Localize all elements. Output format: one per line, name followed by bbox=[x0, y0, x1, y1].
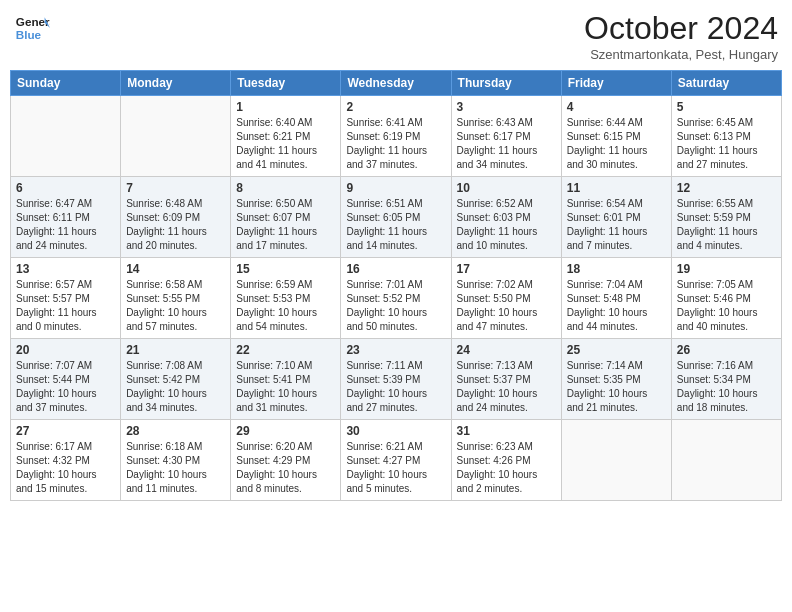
day-number: 28 bbox=[126, 424, 225, 438]
calendar-week-row: 27Sunrise: 6:17 AM Sunset: 4:32 PM Dayli… bbox=[11, 420, 782, 501]
day-number: 15 bbox=[236, 262, 335, 276]
cell-content: Sunrise: 7:10 AM Sunset: 5:41 PM Dayligh… bbox=[236, 359, 335, 415]
location: Szentmartonkata, Pest, Hungary bbox=[584, 47, 778, 62]
calendar-cell: 7Sunrise: 6:48 AM Sunset: 6:09 PM Daylig… bbox=[121, 177, 231, 258]
calendar-cell: 3Sunrise: 6:43 AM Sunset: 6:17 PM Daylig… bbox=[451, 96, 561, 177]
calendar-cell: 18Sunrise: 7:04 AM Sunset: 5:48 PM Dayli… bbox=[561, 258, 671, 339]
logo: General Blue bbox=[14, 10, 50, 46]
day-number: 16 bbox=[346, 262, 445, 276]
weekday-header: Saturday bbox=[671, 71, 781, 96]
day-number: 29 bbox=[236, 424, 335, 438]
cell-content: Sunrise: 6:43 AM Sunset: 6:17 PM Dayligh… bbox=[457, 116, 556, 172]
calendar-cell: 17Sunrise: 7:02 AM Sunset: 5:50 PM Dayli… bbox=[451, 258, 561, 339]
page-header: General Blue October 2024 Szentmartonkat… bbox=[10, 10, 782, 62]
day-number: 27 bbox=[16, 424, 115, 438]
weekday-header: Monday bbox=[121, 71, 231, 96]
day-number: 6 bbox=[16, 181, 115, 195]
day-number: 12 bbox=[677, 181, 776, 195]
calendar-cell: 4Sunrise: 6:44 AM Sunset: 6:15 PM Daylig… bbox=[561, 96, 671, 177]
calendar-cell: 26Sunrise: 7:16 AM Sunset: 5:34 PM Dayli… bbox=[671, 339, 781, 420]
cell-content: Sunrise: 7:04 AM Sunset: 5:48 PM Dayligh… bbox=[567, 278, 666, 334]
calendar-cell: 30Sunrise: 6:21 AM Sunset: 4:27 PM Dayli… bbox=[341, 420, 451, 501]
day-number: 5 bbox=[677, 100, 776, 114]
cell-content: Sunrise: 6:17 AM Sunset: 4:32 PM Dayligh… bbox=[16, 440, 115, 496]
day-number: 4 bbox=[567, 100, 666, 114]
calendar-cell: 16Sunrise: 7:01 AM Sunset: 5:52 PM Dayli… bbox=[341, 258, 451, 339]
cell-content: Sunrise: 6:48 AM Sunset: 6:09 PM Dayligh… bbox=[126, 197, 225, 253]
calendar-cell: 11Sunrise: 6:54 AM Sunset: 6:01 PM Dayli… bbox=[561, 177, 671, 258]
calendar-week-row: 13Sunrise: 6:57 AM Sunset: 5:57 PM Dayli… bbox=[11, 258, 782, 339]
cell-content: Sunrise: 7:02 AM Sunset: 5:50 PM Dayligh… bbox=[457, 278, 556, 334]
calendar-cell: 14Sunrise: 6:58 AM Sunset: 5:55 PM Dayli… bbox=[121, 258, 231, 339]
calendar-cell: 20Sunrise: 7:07 AM Sunset: 5:44 PM Dayli… bbox=[11, 339, 121, 420]
logo-icon: General Blue bbox=[14, 10, 50, 46]
calendar-cell: 29Sunrise: 6:20 AM Sunset: 4:29 PM Dayli… bbox=[231, 420, 341, 501]
weekday-header: Tuesday bbox=[231, 71, 341, 96]
day-number: 22 bbox=[236, 343, 335, 357]
calendar-week-row: 6Sunrise: 6:47 AM Sunset: 6:11 PM Daylig… bbox=[11, 177, 782, 258]
calendar-cell bbox=[11, 96, 121, 177]
calendar-cell: 15Sunrise: 6:59 AM Sunset: 5:53 PM Dayli… bbox=[231, 258, 341, 339]
cell-content: Sunrise: 6:55 AM Sunset: 5:59 PM Dayligh… bbox=[677, 197, 776, 253]
weekday-header-row: SundayMondayTuesdayWednesdayThursdayFrid… bbox=[11, 71, 782, 96]
day-number: 9 bbox=[346, 181, 445, 195]
cell-content: Sunrise: 7:01 AM Sunset: 5:52 PM Dayligh… bbox=[346, 278, 445, 334]
day-number: 31 bbox=[457, 424, 556, 438]
calendar-cell: 10Sunrise: 6:52 AM Sunset: 6:03 PM Dayli… bbox=[451, 177, 561, 258]
day-number: 30 bbox=[346, 424, 445, 438]
cell-content: Sunrise: 6:40 AM Sunset: 6:21 PM Dayligh… bbox=[236, 116, 335, 172]
cell-content: Sunrise: 6:57 AM Sunset: 5:57 PM Dayligh… bbox=[16, 278, 115, 334]
cell-content: Sunrise: 6:20 AM Sunset: 4:29 PM Dayligh… bbox=[236, 440, 335, 496]
calendar-cell: 25Sunrise: 7:14 AM Sunset: 5:35 PM Dayli… bbox=[561, 339, 671, 420]
day-number: 26 bbox=[677, 343, 776, 357]
day-number: 3 bbox=[457, 100, 556, 114]
calendar-cell: 31Sunrise: 6:23 AM Sunset: 4:26 PM Dayli… bbox=[451, 420, 561, 501]
calendar-cell: 21Sunrise: 7:08 AM Sunset: 5:42 PM Dayli… bbox=[121, 339, 231, 420]
cell-content: Sunrise: 7:07 AM Sunset: 5:44 PM Dayligh… bbox=[16, 359, 115, 415]
cell-content: Sunrise: 6:18 AM Sunset: 4:30 PM Dayligh… bbox=[126, 440, 225, 496]
day-number: 17 bbox=[457, 262, 556, 276]
calendar-cell: 6Sunrise: 6:47 AM Sunset: 6:11 PM Daylig… bbox=[11, 177, 121, 258]
day-number: 11 bbox=[567, 181, 666, 195]
weekday-header: Sunday bbox=[11, 71, 121, 96]
cell-content: Sunrise: 7:14 AM Sunset: 5:35 PM Dayligh… bbox=[567, 359, 666, 415]
calendar-cell: 13Sunrise: 6:57 AM Sunset: 5:57 PM Dayli… bbox=[11, 258, 121, 339]
calendar-week-row: 1Sunrise: 6:40 AM Sunset: 6:21 PM Daylig… bbox=[11, 96, 782, 177]
title-area: October 2024 Szentmartonkata, Pest, Hung… bbox=[584, 10, 778, 62]
day-number: 24 bbox=[457, 343, 556, 357]
calendar-week-row: 20Sunrise: 7:07 AM Sunset: 5:44 PM Dayli… bbox=[11, 339, 782, 420]
cell-content: Sunrise: 6:52 AM Sunset: 6:03 PM Dayligh… bbox=[457, 197, 556, 253]
cell-content: Sunrise: 6:50 AM Sunset: 6:07 PM Dayligh… bbox=[236, 197, 335, 253]
cell-content: Sunrise: 7:11 AM Sunset: 5:39 PM Dayligh… bbox=[346, 359, 445, 415]
calendar-cell: 19Sunrise: 7:05 AM Sunset: 5:46 PM Dayli… bbox=[671, 258, 781, 339]
calendar-table: SundayMondayTuesdayWednesdayThursdayFrid… bbox=[10, 70, 782, 501]
weekday-header: Friday bbox=[561, 71, 671, 96]
cell-content: Sunrise: 6:58 AM Sunset: 5:55 PM Dayligh… bbox=[126, 278, 225, 334]
cell-content: Sunrise: 7:13 AM Sunset: 5:37 PM Dayligh… bbox=[457, 359, 556, 415]
weekday-header: Wednesday bbox=[341, 71, 451, 96]
calendar-cell: 5Sunrise: 6:45 AM Sunset: 6:13 PM Daylig… bbox=[671, 96, 781, 177]
weekday-header: Thursday bbox=[451, 71, 561, 96]
cell-content: Sunrise: 7:16 AM Sunset: 5:34 PM Dayligh… bbox=[677, 359, 776, 415]
calendar-cell: 23Sunrise: 7:11 AM Sunset: 5:39 PM Dayli… bbox=[341, 339, 451, 420]
cell-content: Sunrise: 6:23 AM Sunset: 4:26 PM Dayligh… bbox=[457, 440, 556, 496]
month-title: October 2024 bbox=[584, 10, 778, 47]
cell-content: Sunrise: 6:47 AM Sunset: 6:11 PM Dayligh… bbox=[16, 197, 115, 253]
day-number: 10 bbox=[457, 181, 556, 195]
cell-content: Sunrise: 7:05 AM Sunset: 5:46 PM Dayligh… bbox=[677, 278, 776, 334]
calendar-cell: 2Sunrise: 6:41 AM Sunset: 6:19 PM Daylig… bbox=[341, 96, 451, 177]
day-number: 23 bbox=[346, 343, 445, 357]
calendar-cell: 24Sunrise: 7:13 AM Sunset: 5:37 PM Dayli… bbox=[451, 339, 561, 420]
day-number: 8 bbox=[236, 181, 335, 195]
calendar-cell: 22Sunrise: 7:10 AM Sunset: 5:41 PM Dayli… bbox=[231, 339, 341, 420]
cell-content: Sunrise: 6:51 AM Sunset: 6:05 PM Dayligh… bbox=[346, 197, 445, 253]
day-number: 18 bbox=[567, 262, 666, 276]
day-number: 13 bbox=[16, 262, 115, 276]
calendar-cell: 1Sunrise: 6:40 AM Sunset: 6:21 PM Daylig… bbox=[231, 96, 341, 177]
calendar-cell bbox=[121, 96, 231, 177]
calendar-cell: 12Sunrise: 6:55 AM Sunset: 5:59 PM Dayli… bbox=[671, 177, 781, 258]
calendar-cell bbox=[561, 420, 671, 501]
day-number: 2 bbox=[346, 100, 445, 114]
calendar-cell: 28Sunrise: 6:18 AM Sunset: 4:30 PM Dayli… bbox=[121, 420, 231, 501]
day-number: 19 bbox=[677, 262, 776, 276]
